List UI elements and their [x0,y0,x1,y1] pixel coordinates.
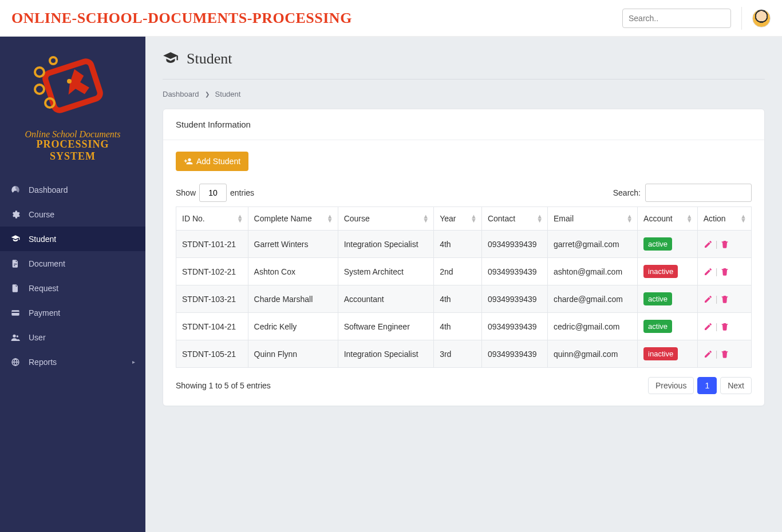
sidebar-item-reports[interactable]: Reports▸ [0,350,145,374]
trash-icon[interactable] [720,240,729,249]
column-header[interactable]: Action▲▼ [697,207,751,231]
logo-graphic [18,55,127,129]
column-header[interactable]: Course▲▼ [338,207,434,231]
sidebar-item-label: Dashboard [29,185,68,194]
entries-selector: Show entries [176,184,254,202]
table-row: STDNT-105-21Quinn FlynnIntegration Speci… [176,340,752,368]
cell-account: active [638,313,698,340]
pager-previous[interactable]: Previous [648,377,694,394]
column-label: Contact [488,214,515,223]
column-header[interactable]: Year▲▼ [434,207,482,231]
pager-next[interactable]: Next [720,377,752,394]
trash-icon[interactable] [720,350,729,359]
table-search-input[interactable] [645,184,752,202]
svg-point-10 [17,335,18,337]
edit-icon[interactable] [704,322,713,331]
sidebar-item-label: Course [29,210,54,219]
column-label: ID No. [182,214,205,223]
sidebar-nav: DashboardCourseStudentDocumentRequestPay… [0,177,145,374]
column-label: Year [440,214,456,223]
top-header: ONLINE-SCHOOL-DOCUMENTS-PROCESSING [0,0,782,37]
cell-name: Cedric Kelly [248,313,338,340]
cell-account: active [638,285,698,313]
status-badge: inactive [643,347,678,360]
cell-name: Quinn Flynn [248,340,338,368]
cell-email: garret@gmail.com [548,231,638,258]
cell-year: 4th [434,285,482,313]
user-avatar[interactable] [752,9,771,27]
breadcrumb: Dashboard ❯ Student [163,80,765,109]
table-info: Showing 1 to 5 of 5 entries [176,381,271,390]
entries-input[interactable] [199,184,227,202]
column-label: Account [643,214,673,223]
sidebar-item-document[interactable]: Document [0,251,145,276]
add-student-button[interactable]: Add Student [176,152,248,171]
status-badge: inactive [643,265,678,278]
cell-name: Charde Marshall [248,285,338,313]
table-toolbar: Show entries Search: [176,184,752,202]
column-label: Complete Name [254,214,312,223]
brand-title: ONLINE-SCHOOL-DOCUMENTS-PROCESSING [11,10,352,27]
chevron-right-icon: ▸ [132,359,135,365]
cell-email: quinn@gmail.com [548,340,638,368]
sidebar-item-user[interactable]: User [0,325,145,350]
sidebar-item-dashboard[interactable]: Dashboard [0,177,145,202]
column-header[interactable]: Email▲▼ [548,207,638,231]
column-label: Action [704,214,726,223]
table-footer: Showing 1 to 5 of 5 entries Previous 1 N… [176,377,752,394]
edit-icon[interactable] [704,295,713,304]
action-divider: | [716,295,718,304]
edit-icon[interactable] [704,267,713,276]
trash-icon[interactable] [720,322,729,331]
pagination: Previous 1 Next [648,377,752,394]
cell-action: | [697,340,751,368]
sidebar-item-label: Payment [29,308,60,317]
show-label-post: entries [230,188,254,197]
table-row: STDNT-101-21Garrett WintersIntegration S… [176,231,752,258]
action-divider: | [716,267,718,276]
show-label-pre: Show [176,188,196,197]
table-row: STDNT-104-21Cedric KellySoftware Enginee… [176,313,752,340]
svg-point-5 [67,79,72,84]
cell-course: Software Engineer [338,313,434,340]
gear-icon [10,209,21,220]
column-label: Course [344,214,370,223]
cell-id: STDNT-105-21 [176,340,248,368]
breadcrumb-dashboard[interactable]: Dashboard [163,90,199,98]
pager-page-1[interactable]: 1 [697,377,717,394]
add-student-label: Add Student [196,157,240,166]
breadcrumb-current: Student [215,90,241,98]
column-header[interactable]: ID No.▲▼ [176,207,248,231]
trash-icon[interactable] [720,295,729,304]
column-header[interactable]: Account▲▼ [638,207,698,231]
sidebar-item-course[interactable]: Course [0,202,145,227]
sidebar-item-label: Document [29,259,65,268]
sort-icon: ▲▼ [536,215,543,223]
student-icon [10,234,21,244]
action-divider: | [716,350,718,359]
sort-icon: ▲▼ [422,215,429,223]
sidebar-item-payment[interactable]: Payment [0,300,145,325]
sidebar-item-student[interactable]: Student [0,227,145,251]
global-search-input[interactable] [622,9,731,28]
sidebar-item-label: Request [29,284,58,293]
document-icon [10,259,21,269]
user-icon [10,332,21,343]
page-title: Student [187,50,232,68]
cell-year: 4th [434,231,482,258]
svg-rect-8 [11,312,19,313]
column-header[interactable]: Complete Name▲▼ [248,207,338,231]
svg-point-3 [35,85,44,94]
cell-action: | [697,285,751,313]
cell-id: STDNT-103-21 [176,285,248,313]
edit-icon[interactable] [704,350,713,359]
column-header[interactable]: Contact▲▼ [481,207,547,231]
cell-account: active [638,231,698,258]
cell-action: | [697,231,751,258]
edit-icon[interactable] [704,240,713,249]
sidebar-item-request[interactable]: Request [0,276,145,300]
cell-account: inactive [638,340,698,368]
student-card: Student Information Add Student Show ent… [163,109,765,406]
trash-icon[interactable] [720,267,729,276]
file-icon [10,283,21,293]
